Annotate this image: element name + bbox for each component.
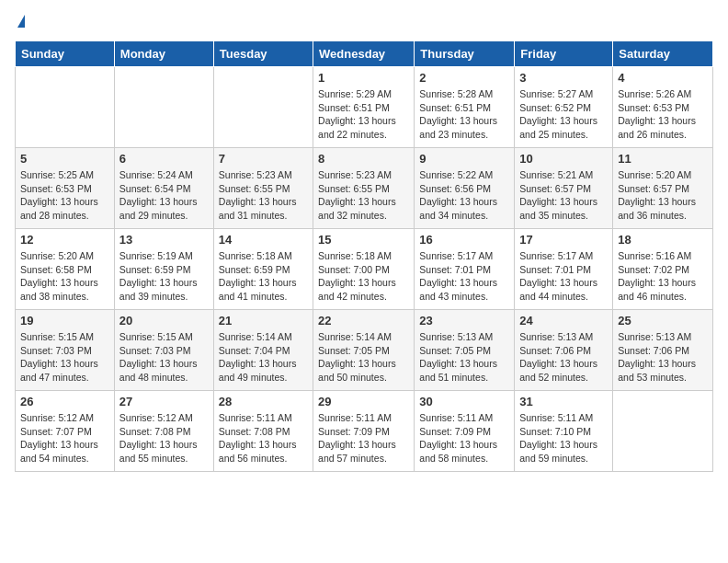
week-row-2: 5Sunrise: 5:25 AMSunset: 6:53 PMDaylight… [16, 148, 713, 229]
cell-content: Sunrise: 5:11 AMSunset: 7:08 PMDaylight:… [219, 411, 308, 465]
cell-content: Sunrise: 5:18 AMSunset: 6:59 PMDaylight:… [219, 249, 308, 304]
day-number: 7 [219, 152, 308, 166]
cell-content: Sunrise: 5:28 AMSunset: 6:51 PMDaylight:… [419, 87, 509, 142]
day-number: 13 [119, 233, 209, 247]
day-number: 8 [318, 152, 409, 166]
cell-content: Sunrise: 5:15 AMSunset: 7:03 PMDaylight:… [20, 330, 109, 385]
day-number: 20 [119, 314, 209, 327]
day-number: 30 [419, 395, 509, 408]
day-number: 16 [419, 233, 509, 247]
day-number: 14 [219, 233, 308, 247]
weekday-header-row: SundayMondayTuesdayWednesdayThursdayFrid… [16, 41, 713, 67]
calendar-cell: 15Sunrise: 5:18 AMSunset: 7:00 PMDayligh… [313, 229, 415, 310]
calendar-cell: 26Sunrise: 5:12 AMSunset: 7:07 PMDayligh… [16, 391, 115, 472]
day-number: 2 [419, 71, 509, 85]
cell-content: Sunrise: 5:22 AMSunset: 6:56 PMDaylight:… [419, 168, 509, 223]
calendar-cell [16, 67, 115, 148]
day-number: 11 [618, 152, 708, 166]
calendar-cell: 23Sunrise: 5:13 AMSunset: 7:05 PMDayligh… [415, 310, 515, 391]
cell-content: Sunrise: 5:11 AMSunset: 7:09 PMDaylight:… [419, 411, 509, 465]
weekday-header-tuesday: Tuesday [213, 41, 313, 67]
calendar-cell: 25Sunrise: 5:13 AMSunset: 7:06 PMDayligh… [613, 310, 713, 391]
calendar-cell: 3Sunrise: 5:27 AMSunset: 6:52 PMDaylight… [515, 67, 613, 148]
cell-content: Sunrise: 5:13 AMSunset: 7:06 PMDaylight:… [519, 330, 608, 385]
logo [15, 15, 25, 29]
day-number: 21 [219, 314, 308, 327]
calendar-cell: 30Sunrise: 5:11 AMSunset: 7:09 PMDayligh… [415, 391, 515, 472]
cell-content: Sunrise: 5:26 AMSunset: 6:53 PMDaylight:… [618, 87, 708, 142]
calendar-cell [213, 67, 313, 148]
calendar-cell: 1Sunrise: 5:29 AMSunset: 6:51 PMDaylight… [313, 67, 415, 148]
cell-content: Sunrise: 5:29 AMSunset: 6:51 PMDaylight:… [318, 87, 409, 142]
weekday-header-wednesday: Wednesday [313, 41, 415, 67]
cell-content: Sunrise: 5:16 AMSunset: 7:02 PMDaylight:… [618, 249, 708, 304]
cell-content: Sunrise: 5:13 AMSunset: 7:05 PMDaylight:… [419, 330, 509, 385]
calendar-cell: 24Sunrise: 5:13 AMSunset: 7:06 PMDayligh… [515, 310, 613, 391]
calendar-cell: 9Sunrise: 5:22 AMSunset: 6:56 PMDaylight… [415, 148, 515, 229]
calendar-cell: 5Sunrise: 5:25 AMSunset: 6:53 PMDaylight… [16, 148, 115, 229]
week-row-3: 12Sunrise: 5:20 AMSunset: 6:58 PMDayligh… [16, 229, 713, 310]
day-number: 15 [318, 233, 409, 247]
day-number: 19 [20, 314, 109, 327]
day-number: 18 [618, 233, 708, 247]
calendar-cell [114, 67, 213, 148]
calendar-cell: 14Sunrise: 5:18 AMSunset: 6:59 PMDayligh… [213, 229, 313, 310]
cell-content: Sunrise: 5:23 AMSunset: 6:55 PMDaylight:… [318, 168, 409, 223]
calendar-cell: 18Sunrise: 5:16 AMSunset: 7:02 PMDayligh… [613, 229, 713, 310]
day-number: 17 [519, 233, 608, 247]
week-row-1: 1Sunrise: 5:29 AMSunset: 6:51 PMDaylight… [16, 67, 713, 148]
day-number: 10 [519, 152, 608, 166]
day-number: 27 [119, 395, 209, 408]
day-number: 4 [618, 71, 708, 85]
logo-triangle-icon [17, 15, 25, 28]
weekday-header-thursday: Thursday [415, 41, 515, 67]
day-number: 26 [20, 395, 109, 408]
day-number: 29 [318, 395, 409, 408]
calendar-cell: 11Sunrise: 5:20 AMSunset: 6:57 PMDayligh… [613, 148, 713, 229]
cell-content: Sunrise: 5:11 AMSunset: 7:09 PMDaylight:… [318, 411, 409, 465]
cell-content: Sunrise: 5:20 AMSunset: 6:58 PMDaylight:… [20, 249, 109, 304]
cell-content: Sunrise: 5:21 AMSunset: 6:57 PMDaylight:… [519, 168, 608, 223]
day-number: 12 [20, 233, 109, 247]
day-number: 6 [119, 152, 209, 166]
weekday-header-sunday: Sunday [16, 41, 115, 67]
weekday-header-friday: Friday [515, 41, 613, 67]
calendar-cell: 6Sunrise: 5:24 AMSunset: 6:54 PMDaylight… [114, 148, 213, 229]
day-number: 25 [618, 314, 708, 327]
calendar-cell: 17Sunrise: 5:17 AMSunset: 7:01 PMDayligh… [515, 229, 613, 310]
cell-content: Sunrise: 5:15 AMSunset: 7:03 PMDaylight:… [119, 330, 209, 385]
cell-content: Sunrise: 5:17 AMSunset: 7:01 PMDaylight:… [419, 249, 509, 304]
cell-content: Sunrise: 5:14 AMSunset: 7:04 PMDaylight:… [219, 330, 308, 385]
calendar-cell: 10Sunrise: 5:21 AMSunset: 6:57 PMDayligh… [515, 148, 613, 229]
cell-content: Sunrise: 5:27 AMSunset: 6:52 PMDaylight:… [519, 87, 608, 142]
calendar-cell: 31Sunrise: 5:11 AMSunset: 7:10 PMDayligh… [515, 391, 613, 472]
cell-content: Sunrise: 5:13 AMSunset: 7:06 PMDaylight:… [618, 330, 708, 385]
calendar-cell: 29Sunrise: 5:11 AMSunset: 7:09 PMDayligh… [313, 391, 415, 472]
day-number: 24 [519, 314, 608, 327]
calendar-cell: 22Sunrise: 5:14 AMSunset: 7:05 PMDayligh… [313, 310, 415, 391]
calendar-cell: 19Sunrise: 5:15 AMSunset: 7:03 PMDayligh… [16, 310, 115, 391]
page-header [15, 15, 713, 29]
calendar-cell: 20Sunrise: 5:15 AMSunset: 7:03 PMDayligh… [114, 310, 213, 391]
weekday-header-monday: Monday [114, 41, 213, 67]
calendar-cell: 4Sunrise: 5:26 AMSunset: 6:53 PMDaylight… [613, 67, 713, 148]
calendar-cell: 21Sunrise: 5:14 AMSunset: 7:04 PMDayligh… [213, 310, 313, 391]
cell-content: Sunrise: 5:11 AMSunset: 7:10 PMDaylight:… [519, 411, 608, 465]
calendar-cell: 28Sunrise: 5:11 AMSunset: 7:08 PMDayligh… [213, 391, 313, 472]
cell-content: Sunrise: 5:20 AMSunset: 6:57 PMDaylight:… [618, 168, 708, 223]
day-number: 23 [419, 314, 509, 327]
day-number: 31 [519, 395, 608, 408]
cell-content: Sunrise: 5:17 AMSunset: 7:01 PMDaylight:… [519, 249, 608, 304]
week-row-4: 19Sunrise: 5:15 AMSunset: 7:03 PMDayligh… [16, 310, 713, 391]
cell-content: Sunrise: 5:18 AMSunset: 7:00 PMDaylight:… [318, 249, 409, 304]
day-number: 5 [20, 152, 109, 166]
calendar-cell: 27Sunrise: 5:12 AMSunset: 7:08 PMDayligh… [114, 391, 213, 472]
cell-content: Sunrise: 5:23 AMSunset: 6:55 PMDaylight:… [219, 168, 308, 223]
weekday-header-saturday: Saturday [613, 41, 713, 67]
calendar-table: SundayMondayTuesdayWednesdayThursdayFrid… [15, 40, 713, 472]
calendar-cell: 8Sunrise: 5:23 AMSunset: 6:55 PMDaylight… [313, 148, 415, 229]
cell-content: Sunrise: 5:24 AMSunset: 6:54 PMDaylight:… [119, 168, 209, 223]
cell-content: Sunrise: 5:25 AMSunset: 6:53 PMDaylight:… [20, 168, 109, 223]
calendar-cell: 16Sunrise: 5:17 AMSunset: 7:01 PMDayligh… [415, 229, 515, 310]
calendar-cell: 2Sunrise: 5:28 AMSunset: 6:51 PMDaylight… [415, 67, 515, 148]
